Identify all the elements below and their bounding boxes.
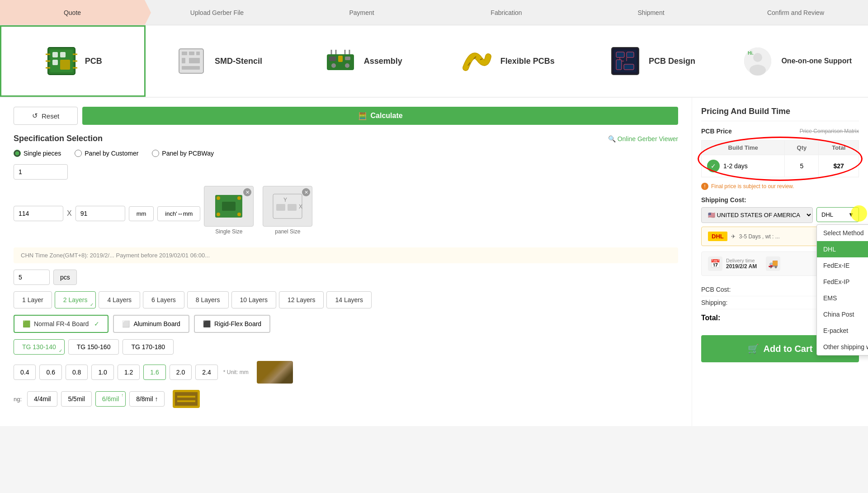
- pcb-previews: ✕ Single Size: [204, 186, 312, 235]
- shipping-option-6[interactable]: E-packet: [817, 322, 868, 339]
- tab-smd-label: SMD-Stencil: [215, 57, 262, 66]
- thickness-btn-7[interactable]: 2.4: [195, 365, 217, 380]
- reset-button[interactable]: ↺ Reset: [14, 107, 78, 125]
- thickness-btn-5[interactable]: 1.6: [143, 365, 165, 380]
- trace-btn-1[interactable]: 5/5mil: [61, 391, 91, 407]
- layer-btn-1[interactable]: 2 Layers: [55, 291, 96, 308]
- comparison-matrix-link[interactable]: Price Comparison Matrix: [800, 128, 859, 134]
- delivery-time-value: 2019/2/2 AM: [726, 263, 757, 270]
- assembly-icon: [322, 43, 359, 79]
- shipping-option-7[interactable]: Other shipping way: [817, 339, 868, 355]
- shipping-option-4[interactable]: EMS: [817, 290, 868, 306]
- spec-title: Specification Selection: [14, 134, 103, 143]
- layer-btn-4[interactable]: 8 Layers: [187, 291, 229, 308]
- tab-pcb-label: PCB: [85, 57, 102, 66]
- progress-step-fabrication[interactable]: Fabrication: [434, 0, 579, 25]
- svg-point-23: [331, 63, 336, 68]
- pcs-input[interactable]: [14, 270, 50, 285]
- quantity-input[interactable]: [14, 164, 68, 180]
- layer-btn-0[interactable]: 1 Layer: [14, 291, 52, 308]
- smd-stencil-icon: [173, 43, 209, 79]
- size-y-input[interactable]: [75, 206, 125, 221]
- thickness-diagram: [257, 361, 293, 384]
- thickness-btn-2[interactable]: 0.8: [66, 365, 88, 380]
- tg-btn-1[interactable]: TG 150-160: [68, 339, 119, 355]
- tg-btn-2[interactable]: TG 170-180: [123, 339, 174, 355]
- calculator-icon: 🧮: [358, 112, 367, 120]
- svg-text:Hi.: Hi.: [748, 51, 754, 56]
- check-icon: ✓: [707, 160, 720, 172]
- board-type-btn-1[interactable]: ⬜Aluminum Board: [113, 315, 189, 333]
- shipping-option-3[interactable]: FedEx-IP: [817, 274, 868, 290]
- tab-pcb-design[interactable]: PCB Design: [579, 25, 724, 97]
- shipping-option-0[interactable]: Select Method: [817, 225, 868, 241]
- shipping-option-2[interactable]: FedEx-IE: [817, 257, 868, 274]
- tab-assembly[interactable]: Assembly: [290, 25, 434, 97]
- total-cell: $27: [819, 155, 859, 177]
- layer-btn-6[interactable]: 12 Layers: [279, 291, 324, 308]
- panel-pcbway-option[interactable]: Panel by PCBWay: [152, 150, 214, 157]
- pricing-row: ✓ 1-2 days 5 $27: [702, 155, 859, 177]
- thickness-btn-1[interactable]: 0.6: [39, 365, 61, 380]
- tg-btn-0[interactable]: TG 130-140: [14, 339, 65, 355]
- size-row: X mm inch'↔mm ✕: [14, 186, 678, 241]
- layer-btn-3[interactable]: 6 Layers: [143, 291, 184, 308]
- board-icon-1: ⬜: [122, 320, 130, 327]
- qty-cell: 5: [785, 155, 819, 177]
- thickness-unit-label: * Unit: mm: [223, 369, 249, 375]
- tab-flexible-pcb[interactable]: Flexible PCBs: [434, 25, 579, 97]
- progress-step-upload[interactable]: Upload Gerber File: [145, 0, 289, 25]
- layer-btn-7[interactable]: 14 Layers: [326, 291, 371, 308]
- thickness-btn-4[interactable]: 1.2: [118, 365, 140, 380]
- board-type-row: 🟩Normal FR-4 Board⬜Aluminum Board⬛Rigid-…: [14, 315, 678, 333]
- shipping-option-1[interactable]: DHL: [817, 241, 868, 257]
- pcb-price-label: PCB Price: [701, 128, 732, 135]
- shipping-option-5[interactable]: China Post: [817, 306, 868, 322]
- layer-btn-2[interactable]: 4 Layers: [99, 291, 140, 308]
- tab-pcb[interactable]: PCB: [0, 25, 146, 97]
- total-header: Total: [819, 141, 859, 155]
- svg-rect-54: [276, 204, 285, 211]
- single-size-remove[interactable]: ✕: [243, 188, 251, 196]
- panel-size-remove[interactable]: ✕: [302, 188, 310, 196]
- panel-customer-option[interactable]: Panel by Customer: [75, 150, 138, 157]
- service-tabs: PCB SMD-Stencil: [0, 25, 868, 98]
- board-type-btn-2[interactable]: ⬛Rigid-Flex Board: [194, 315, 270, 333]
- svg-rect-36: [616, 60, 622, 70]
- layer-btn-5[interactable]: 10 Layers: [231, 291, 276, 308]
- board-type-btn-0[interactable]: 🟩Normal FR-4 Board: [14, 315, 108, 333]
- size-x-input[interactable]: [14, 206, 63, 221]
- trace-btn-0[interactable]: 4/4mil: [27, 391, 57, 407]
- progress-step-quote[interactable]: Quote: [0, 0, 145, 25]
- thickness-btn-6[interactable]: 2.0: [170, 365, 192, 380]
- thickness-btn-3[interactable]: 1.0: [91, 365, 113, 380]
- final-price-note: ! Final price is subject to our review.: [701, 183, 859, 190]
- thickness-btn-0[interactable]: 0.4: [14, 365, 36, 380]
- gerber-viewer-link[interactable]: 🔍 Online Gerber Viewer: [608, 135, 678, 142]
- svg-point-24: [345, 63, 349, 68]
- tab-smd-stencil[interactable]: SMD-Stencil: [146, 25, 290, 97]
- unit-convert-button[interactable]: inch'↔mm: [157, 206, 200, 221]
- svg-rect-56: [175, 392, 198, 406]
- tab-support[interactable]: Hi. One-on-one Support: [723, 25, 868, 97]
- trace-btn-3[interactable]: 8/8mil ↑: [129, 391, 165, 407]
- country-select[interactable]: 🇺🇸 UNITED STATES OF AMERICA: [701, 207, 813, 223]
- svg-rect-37: [624, 64, 634, 70]
- svg-rect-21: [338, 56, 343, 62]
- progress-step-confirm[interactable]: Confirm and Review: [723, 0, 868, 25]
- single-size-box: ✕: [204, 186, 254, 227]
- pricing-table: Build Time Qty Total ✓ 1-2 days 5: [701, 140, 859, 177]
- tg-row: TG 130-140TG 150-160TG 170-180: [14, 339, 678, 355]
- svg-rect-17: [189, 58, 200, 63]
- panel-options: Single pieces Panel by Customer Panel by…: [14, 150, 678, 157]
- calculate-button[interactable]: 🧮 Calculate: [82, 107, 678, 125]
- trace-btn-2[interactable]: 6/6mil: [95, 391, 126, 407]
- progress-step-shipment[interactable]: Shipment: [579, 0, 723, 25]
- panel-size-label: panel Size: [275, 228, 300, 235]
- board-icon-0: 🟩: [23, 320, 30, 327]
- chevron-down-icon: ▼: [848, 211, 854, 218]
- shipping-method-button[interactable]: DHL ▼: [816, 207, 859, 222]
- single-pieces-option[interactable]: Single pieces: [14, 150, 61, 157]
- unit-mm-button[interactable]: mm: [129, 206, 154, 221]
- progress-step-payment[interactable]: Payment: [289, 0, 434, 25]
